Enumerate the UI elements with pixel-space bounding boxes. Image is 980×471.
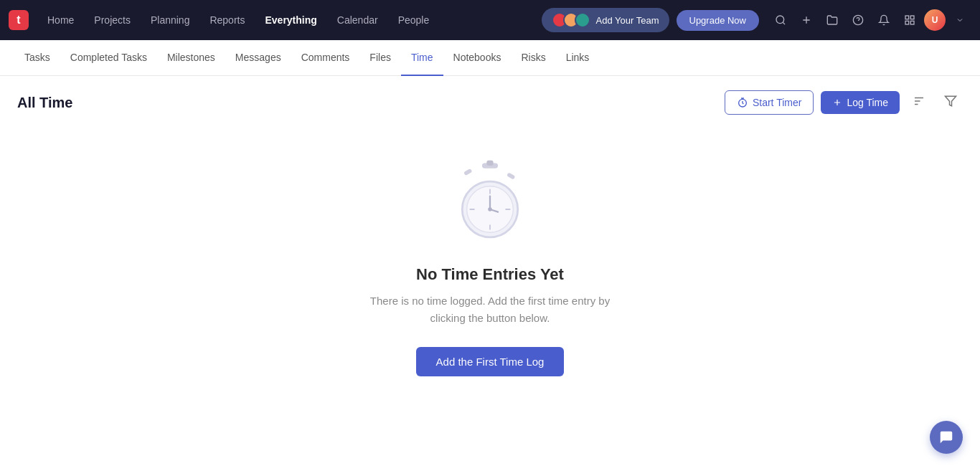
nav-reports[interactable]: Reports: [199, 9, 255, 32]
svg-rect-6: [910, 21, 914, 24]
tab-risks[interactable]: Risks: [511, 40, 555, 76]
add-button[interactable]: [795, 9, 818, 32]
nav-people[interactable]: People: [388, 9, 440, 32]
start-timer-button[interactable]: Start Timer: [725, 90, 814, 115]
app-logo[interactable]: t: [9, 10, 29, 30]
header-actions: Start Timer Log Time: [725, 90, 963, 115]
upgrade-button[interactable]: Upgrade Now: [677, 10, 760, 31]
log-time-button[interactable]: Log Time: [821, 91, 900, 114]
nav-planning[interactable]: Planning: [141, 9, 200, 32]
nav-calendar[interactable]: Calendar: [327, 9, 388, 32]
add-team-button[interactable]: Add Your Team: [542, 8, 669, 32]
tab-tasks[interactable]: Tasks: [14, 40, 60, 76]
filter-button[interactable]: [938, 92, 963, 114]
svg-rect-15: [507, 172, 515, 179]
empty-title: No Time Entries Yet: [416, 265, 564, 284]
add-first-time-log-button[interactable]: Add the First Time Log: [416, 347, 565, 376]
svg-point-0: [776, 16, 784, 24]
nav-icon-group: U: [769, 9, 971, 32]
tab-files[interactable]: Files: [359, 40, 401, 76]
timer-icon: [737, 97, 748, 108]
svg-point-24: [488, 207, 492, 211]
tab-notebooks[interactable]: Notebooks: [443, 40, 512, 76]
filter-icon: [944, 95, 957, 108]
svg-marker-11: [946, 96, 956, 106]
tab-messages[interactable]: Messages: [225, 40, 291, 76]
svg-rect-13: [486, 161, 493, 166]
logo-icon: t: [9, 10, 29, 30]
tab-milestones[interactable]: Milestones: [157, 40, 225, 76]
notifications-button[interactable]: [872, 9, 895, 32]
tab-completed-tasks[interactable]: Completed Tasks: [60, 40, 157, 76]
chevron-down-button[interactable]: [948, 9, 971, 32]
user-avatar[interactable]: U: [924, 9, 946, 31]
avatar-3: [575, 12, 590, 28]
search-button[interactable]: [769, 9, 792, 32]
svg-rect-14: [463, 168, 472, 176]
main-content: All Time Start Timer Log Time: [0, 76, 980, 434]
chat-icon: [938, 429, 954, 445]
tab-time[interactable]: Time: [401, 40, 443, 76]
nav-everything[interactable]: Everything: [255, 9, 326, 32]
secondary-navigation: Tasks Completed Tasks Milestones Message…: [0, 40, 980, 76]
sort-button[interactable]: [907, 92, 931, 114]
tab-comments[interactable]: Comments: [291, 40, 360, 76]
nav-home[interactable]: Home: [37, 9, 84, 32]
tab-links[interactable]: Links: [556, 40, 600, 76]
empty-description: There is no time logged. Add the first t…: [354, 292, 626, 327]
nav-center-actions: Add Your Team Upgrade Now: [542, 8, 759, 32]
help-button[interactable]: [847, 9, 870, 32]
chat-button[interactable]: [930, 421, 963, 454]
svg-rect-5: [905, 21, 909, 24]
empty-state: No Time Entries Yet There is no time log…: [17, 129, 963, 419]
content-header: All Time Start Timer Log Time: [17, 90, 963, 115]
nav-links: Home Projects Planning Reports Everythin…: [37, 9, 539, 32]
svg-rect-4: [910, 16, 914, 19]
plus-icon: [832, 97, 842, 108]
page-title: All Time: [17, 95, 72, 111]
stopwatch-illustration: [447, 158, 533, 244]
svg-rect-3: [905, 16, 909, 19]
top-navigation: t Home Projects Planning Reports Everyth…: [0, 0, 980, 40]
folder-button[interactable]: [821, 9, 844, 32]
grid-menu-button[interactable]: [898, 9, 921, 32]
nav-projects[interactable]: Projects: [84, 9, 141, 32]
team-avatars: [552, 12, 590, 28]
sort-icon: [913, 95, 925, 108]
